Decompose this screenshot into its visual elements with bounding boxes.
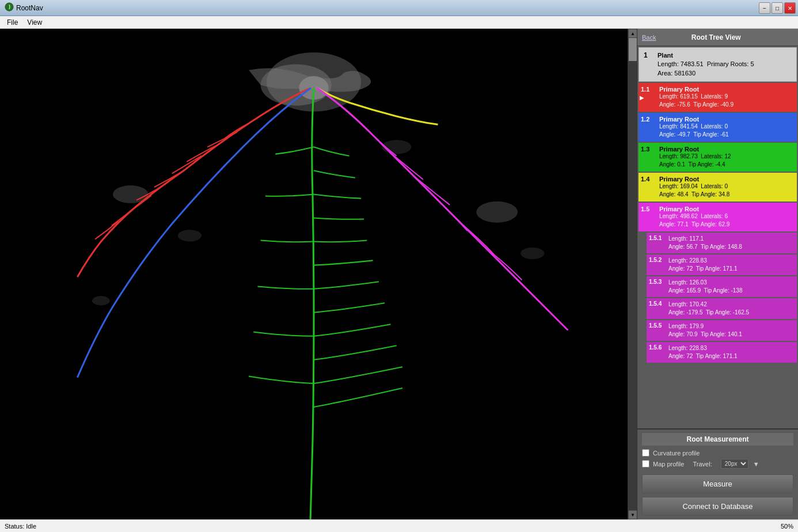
menu-file[interactable]: File (2, 17, 22, 28)
tree-view-title: Root Tree View (691, 33, 741, 41)
lateral-item-1-5-6[interactable]: 1.5.6 Length: 228.83 Angle: 72 Tip Angle… (647, 342, 797, 363)
status-text: Status: Idle (5, 523, 36, 530)
lateral-1-5-1-detail: Length: 117.1 (668, 235, 792, 243)
lateral-1-5-3-detail: Length: 126.03 (668, 279, 792, 287)
zoom-indicator: 50% (781, 523, 793, 530)
main-scrollbar[interactable]: ▲ ▼ (628, 29, 637, 519)
measurement-title: Root Measurement (642, 433, 793, 446)
root-item-1-4[interactable]: 1.4 Primary Root Length: 169.04 Laterals… (639, 173, 797, 202)
root-1-4-angles: Angle: 48.4 Tip Angle: 34.8 (659, 191, 792, 199)
root-1-1-detail: Length: 619.15 Laterals: 9 (659, 93, 792, 101)
root-1-3-angles: Angle: 0.1 Tip Angle: -4.4 (659, 161, 792, 169)
lateral-item-1-5-1[interactable]: 1.5.1 Length: 117.1 Angle: 56.7 Tip Angl… (647, 233, 797, 253)
root-1-4-title: Primary Root (659, 176, 792, 183)
lateral-1-5-5-detail: Length: 179.9 (668, 322, 792, 330)
map-label: Map profile (653, 461, 684, 468)
travel-dropdown[interactable]: 20px (721, 459, 748, 469)
travel-label: Travel: (693, 461, 712, 468)
curvature-row: Curvature profile (642, 449, 793, 457)
lateral-1-5-6-num: 1.5.6 (649, 344, 662, 351)
map-row: Map profile Travel: 20px ▼ (642, 459, 793, 469)
lateral-1-5-1-num: 1.5.1 (649, 235, 662, 241)
plant-title: Plant (658, 51, 754, 60)
lateral-1-5-1-angles: Angle: 56.7 Tip Angle: 148.8 (668, 243, 792, 251)
main-content: ▲ ▼ Back Root Tree View 1 (0, 29, 798, 519)
root-1-3-detail: Length: 982.73 Laterals: 12 (659, 153, 792, 161)
svg-point-7 (178, 230, 202, 242)
svg-point-9 (520, 248, 544, 260)
back-button[interactable]: Back (642, 34, 656, 41)
root-1-1-title: Primary Root (659, 86, 792, 93)
plant-item[interactable]: 1 Plant Length: 7483.51 Primary Roots: 5… (639, 47, 797, 82)
root-1-2-angles: Angle: -49.7 Tip Angle: -61 (659, 131, 792, 139)
canvas-area (0, 29, 628, 519)
plant-length-roots: Length: 7483.51 Primary Roots: 5 (658, 60, 754, 69)
lateral-item-1-5-3[interactable]: 1.5.3 Length: 126.03 Angle: 165.9 Tip An… (647, 276, 797, 297)
lateral-1-5-2-num: 1.5.2 (649, 257, 662, 263)
title-bar: RootNav − □ ✕ (0, 0, 798, 16)
app-title: RootNav (16, 4, 43, 12)
root-1-2-num: 1.2 (641, 116, 649, 123)
window-controls: − □ ✕ (759, 2, 796, 14)
curvature-label: Curvature profile (653, 450, 700, 457)
map-checkbox[interactable] (642, 460, 649, 468)
chevron-down-icon: ▼ (753, 461, 759, 468)
close-button[interactable]: ✕ (784, 2, 796, 14)
menu-view[interactable]: View (22, 17, 47, 28)
lateral-1-5-3-num: 1.5.3 (649, 279, 662, 285)
maximize-button[interactable]: □ (772, 2, 783, 14)
root-1-2-detail: Length: 841.54 Laterals: 0 (659, 123, 792, 131)
lateral-1-5-6-angles: Angle: 72 Tip Angle: 171.1 (668, 352, 792, 360)
tree-view-header: Back Root Tree View (637, 29, 798, 46)
plant-area: Area: 581630 (658, 69, 754, 78)
measure-button[interactable]: Measure (642, 474, 793, 493)
lateral-item-1-5-5[interactable]: 1.5.5 Length: 179.9 Angle: 70.9 Tip Angl… (647, 320, 797, 341)
center-area: ▲ ▼ Back Root Tree View 1 (0, 29, 798, 519)
root-1-3-num: 1.3 (641, 146, 649, 153)
lateral-1-5-2-detail: Length: 228.83 (668, 257, 792, 265)
scroll-down-button[interactable]: ▼ (628, 510, 637, 519)
right-panel: Back Root Tree View 1 Plant Length: 7483… (637, 29, 798, 519)
lateral-1-5-4-detail: Length: 170.42 (668, 301, 792, 309)
root-visualization (0, 29, 628, 519)
root-1-5-angles: Angle: 77.1 Tip Angle: 62.9 (659, 221, 792, 229)
tree-scroll-area[interactable]: 1 Plant Length: 7483.51 Primary Roots: 5… (637, 46, 798, 428)
root-1-4-num: 1.4 (641, 176, 649, 183)
root-1-2-title: Primary Root (659, 116, 792, 123)
root-1-4-detail: Length: 169.04 Laterals: 0 (659, 183, 792, 191)
lateral-item-1-5-4[interactable]: 1.5.4 Length: 170.42 Angle: -179.5 Tip A… (647, 298, 797, 319)
lateral-1-5-5-angles: Angle: 70.9 Tip Angle: 140.1 (668, 330, 792, 339)
scroll-thumb[interactable] (629, 38, 637, 61)
root-1-1-angles: Angle: -75.6 Tip Angle: -40.9 (659, 101, 792, 109)
root-1-3-title: Primary Root (659, 146, 792, 153)
svg-point-5 (476, 202, 518, 223)
lateral-1-5-2-angles: Angle: 72 Tip Angle: 171.1 (668, 265, 792, 273)
svg-point-0 (5, 3, 13, 11)
scroll-up-button[interactable]: ▲ (628, 29, 637, 38)
lateral-1-5-5-num: 1.5.5 (649, 322, 662, 329)
plant-num: 1 (644, 51, 653, 59)
svg-point-8 (92, 296, 110, 305)
lateral-item-1-5-2[interactable]: 1.5.2 Length: 228.83 Angle: 72 Tip Angle… (647, 254, 797, 275)
expand-arrow-1-1: ▶ (640, 94, 644, 101)
root-1-5-num: 1.5 (641, 206, 649, 212)
root-item-1-1[interactable]: 1.1 Primary Root Length: 619.15 Laterals… (639, 83, 797, 112)
root-1-5-title: Primary Root (659, 206, 792, 212)
curvature-checkbox[interactable] (642, 449, 649, 457)
scroll-track (628, 38, 637, 510)
root-item-1-3[interactable]: 1.3 Primary Root Length: 982.73 Laterals… (639, 143, 797, 172)
minimize-button[interactable]: − (759, 2, 770, 14)
connect-database-button[interactable]: Connect to Database (642, 497, 793, 516)
lateral-1-5-4-angles: Angle: -179.5 Tip Angle: -162.5 (668, 309, 792, 317)
lateral-1-5-3-angles: Angle: 165.9 Tip Angle: -138 (668, 287, 792, 295)
lateral-1-5-4-num: 1.5.4 (649, 301, 662, 307)
status-bar: Status: Idle 50% (0, 519, 798, 532)
root-item-1-5[interactable]: 1.5 Primary Root Length: 498.62 Laterals… (639, 203, 797, 231)
root-1-5-detail: Length: 498.62 Laterals: 6 (659, 212, 792, 221)
app-icon (5, 2, 14, 14)
root-item-1-2[interactable]: 1.2 Primary Root Length: 841.54 Laterals… (639, 113, 797, 142)
lateral-1-5-6-detail: Length: 228.83 (668, 344, 792, 352)
measurement-section: Root Measurement Curvature profile Map p… (637, 428, 798, 519)
menu-bar: File View (0, 16, 798, 29)
root-1-1-num: 1.1 (641, 86, 649, 93)
